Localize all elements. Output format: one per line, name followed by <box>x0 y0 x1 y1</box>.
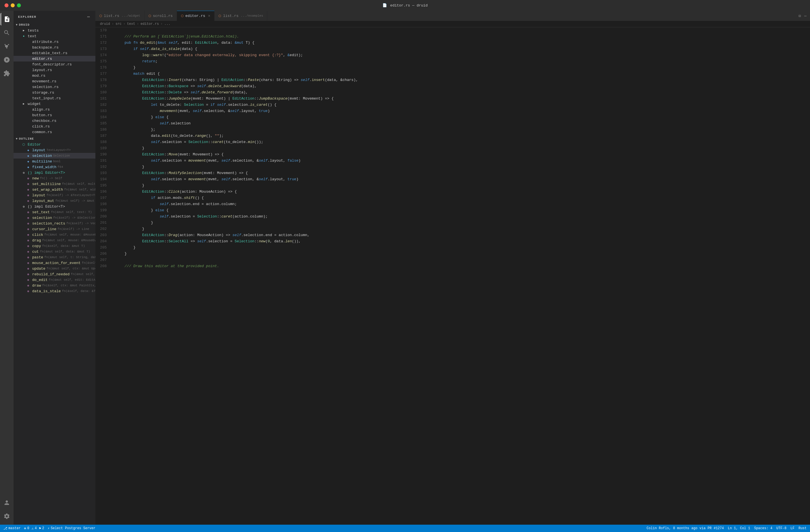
sidebar-item-selection[interactable]: selection.rs <box>14 84 95 90</box>
bc-ellipsis[interactable]: ... <box>164 22 171 26</box>
outline-item-impl2[interactable]: ⚙ () impl Editor<T> <box>14 204 95 209</box>
git-author-status[interactable]: Colin Rofls, 8 months ago via PR #1274 <box>647 526 724 530</box>
sidebar-item-layout[interactable]: layout.rs <box>14 67 95 73</box>
folder-icon: ▶ <box>21 102 26 106</box>
bc-src[interactable]: src <box>115 22 122 26</box>
server-status[interactable]: ⚡ Select Postgres Server <box>48 526 96 531</box>
window-controls[interactable] <box>4 3 21 7</box>
bc-druid[interactable]: druid <box>100 22 110 26</box>
outline-item-new-fn[interactable]: ⊕ new fn() -> Self <box>14 176 95 181</box>
tab-editor[interactable]: ⬡ editor.rs × <box>177 11 215 21</box>
git-branch-status[interactable]: ⎇ master <box>3 526 21 531</box>
outline-header[interactable]: ▼ OUTLINE <box>14 136 95 142</box>
settings-activity-icon[interactable] <box>1 510 13 522</box>
outline-name: paste <box>32 255 43 260</box>
code-line-188: self.selection = Selection::caret(to_del… <box>116 139 810 145</box>
sidebar-item-button[interactable]: button.rs <box>14 112 95 118</box>
sidebar-item-text[interactable]: ● text <box>14 33 95 39</box>
explorer-activity-icon[interactable] <box>1 13 13 26</box>
sidebar-item-checkbox[interactable]: checkbox.rs <box>14 118 95 123</box>
errors-status[interactable]: ⊗ 0 ⚠ 4 ⚑ 2 <box>24 526 44 531</box>
outline-item-copy-fn[interactable]: ⊕ copy fn(&self, data: &mut T) <box>14 243 95 249</box>
cursor-position-status[interactable]: Ln 1, Col 1 <box>728 526 750 530</box>
sidebar-item-tests[interactable]: ▶ tests <box>14 28 95 33</box>
sidebar-item-click[interactable]: click.rs <box>14 123 95 129</box>
tab-list-examples[interactable]: ⬡ list.rs .../examples <box>214 11 267 21</box>
code-line-202: } <box>116 226 810 232</box>
sidebar-item-font-descriptor[interactable]: font_descriptor.rs <box>14 62 95 67</box>
outline-item-impl1[interactable]: ⚙ () impl Editor<T> <box>14 170 95 176</box>
outline-item-set-multiline-fn[interactable]: ⊕ set_multiline fn(&mut self, multiline:… <box>14 181 95 187</box>
close-button[interactable] <box>4 3 9 7</box>
outline-item-data-is-stale-fn[interactable]: ⊕ data_is_stale fn(&self, data: &T) -> b… <box>14 288 95 294</box>
outline-item-cursor-line-fn[interactable]: ⊕ cursor_line fn(&self) -> Line <box>14 226 95 232</box>
sidebar-item-common[interactable]: common.rs <box>14 129 95 135</box>
close-tab-icon[interactable]: × <box>208 14 210 18</box>
file-icon <box>26 51 31 55</box>
outline-name: do_edit <box>32 278 48 282</box>
tab-list-widget[interactable]: ⬡ list.rs .../widget <box>95 11 145 21</box>
outline-item-paste-fn[interactable]: ⊕ paste fn(&mut self, t: String, data: &… <box>14 254 95 260</box>
outline-item-selection-fn[interactable]: ⊕ selection fn(&self) -> &Selection <box>14 215 95 220</box>
outline-item-mouse-action-fn[interactable]: ⊕ mouse_action_for_event fn(&self, eve..… <box>14 260 95 266</box>
line-ending-label: LF <box>791 526 794 530</box>
code-editor[interactable]: /// Perform an [`EditAction`](enum.EditA… <box>111 27 810 525</box>
sidebar-item-editor[interactable]: editor.rs <box>14 56 95 62</box>
outline-item-multiline-field[interactable]: ◈ multiline bool <box>14 159 95 164</box>
outline-item-drag-fn[interactable]: ⊕ drag fn(&mut self, mouse: &MouseEven..… <box>14 237 95 243</box>
sidebar-item-backspace[interactable]: backspace.rs <box>14 45 95 50</box>
druid-root-header[interactable]: ▼ DRUID <box>14 22 95 28</box>
outline-name: set_multiline <box>32 182 61 186</box>
maximize-button[interactable] <box>17 3 21 7</box>
extensions-activity-icon[interactable] <box>1 67 13 80</box>
encoding-status[interactable]: UTF-8 <box>776 526 787 530</box>
git-activity-icon[interactable] <box>1 40 13 52</box>
outline-item-click-fn[interactable]: ⊕ click fn(&mut self, mouse: &MouseEven.… <box>14 232 95 237</box>
search-activity-icon[interactable] <box>1 27 13 39</box>
outline-item-selection-rects-fn[interactable]: ⊕ selection_rects fn(&self) -> Vec<Rect> <box>14 220 95 226</box>
line-ending-status[interactable]: LF <box>791 526 794 530</box>
outline-item-fixed-width-field[interactable]: ◈ fixed_width f64 <box>14 164 95 170</box>
more-actions-icon[interactable]: ⋯ <box>803 13 808 19</box>
outline-item-editor-struct[interactable]: ⬡ Editor <box>14 142 95 147</box>
minimize-button[interactable] <box>11 3 15 7</box>
debug-activity-icon[interactable] <box>1 54 13 66</box>
tab-scroll[interactable]: ⬡ scroll.rs <box>145 11 177 21</box>
language-status[interactable]: Rust <box>798 526 807 530</box>
outline-item-layout-fn[interactable]: ⊕ layout fn(&self) -> &TextLayout<T> <box>14 193 95 198</box>
outline-item-layout-mut-fn[interactable]: ⊕ layout_mut fn(&mut self) -> &mut Text.… <box>14 198 95 204</box>
outline-item-update-fn[interactable]: ⊕ update fn(&mut self, ctx: &mut Update.… <box>14 266 95 271</box>
outline-item-set-text-fn[interactable]: ⊕ set_text fn(&mut self, text: T) <box>14 209 95 215</box>
fn-icon: ⊕ <box>26 210 31 214</box>
outline-item-set-wrap-width-fn[interactable]: ⊕ set_wrap_width fn(&mut self, width: f6… <box>14 187 95 193</box>
sidebar-tree[interactable]: ▼ DRUID ▶ tests ● text attribute.rs back… <box>14 22 95 525</box>
alert-icon: ⚑ <box>39 526 41 531</box>
file-icon <box>26 73 31 78</box>
sidebar-item-align[interactable]: align.rs <box>14 106 95 112</box>
sidebar-item-editable-text[interactable]: editable_text.rs <box>14 50 95 56</box>
code-line-190: EditAction::Move(mvmt: Movement) => { <box>116 151 810 158</box>
file-icon <box>26 130 31 134</box>
code-line-205: } <box>116 245 810 251</box>
sidebar-item-widget[interactable]: ▶ widget <box>14 101 95 106</box>
sidebar-item-text-input[interactable]: text_input.rs <box>14 95 95 101</box>
outline-item-cut-fn[interactable]: ⊕ cut fn(&mut self, data: &mut T) <box>14 249 95 254</box>
file-name: align.rs <box>32 107 50 112</box>
account-activity-icon[interactable] <box>1 497 13 509</box>
outline-item-do-edit-fn[interactable]: ⊕ do_edit fn(&mut self, edit: EditAction… <box>14 277 95 283</box>
sidebar-item-movement[interactable]: movement.rs <box>14 79 95 84</box>
bc-editor[interactable]: editor.rs <box>141 22 159 26</box>
outline-item-layout-field[interactable]: ◈ layout TextLayout<T> <box>14 147 95 153</box>
outline-item-draw-fn[interactable]: ⊕ draw fn(&self, ctx: &mut PaintCtx, poi… <box>14 283 95 288</box>
file-name: common.rs <box>32 130 52 134</box>
sidebar-item-mod[interactable]: mod.rs <box>14 73 95 79</box>
outline-item-selection-field[interactable]: ◈ selection Selection <box>14 153 95 159</box>
bc-text[interactable]: text <box>127 22 135 26</box>
spaces-status[interactable]: Spaces: 4 <box>754 526 773 530</box>
sidebar-item-attribute[interactable]: attribute.rs <box>14 39 95 45</box>
sidebar-item-storage[interactable]: storage.rs <box>14 90 95 95</box>
new-file-icon[interactable]: ⋯ <box>87 14 91 20</box>
outline-item-rebuild-fn[interactable]: ⊕ rebuild_if_needed fn(&mut self, factor… <box>14 271 95 277</box>
split-editor-icon[interactable]: ⊡ <box>797 13 802 19</box>
outline-detail: fn(&mut self, multiline: bo... <box>62 182 95 186</box>
